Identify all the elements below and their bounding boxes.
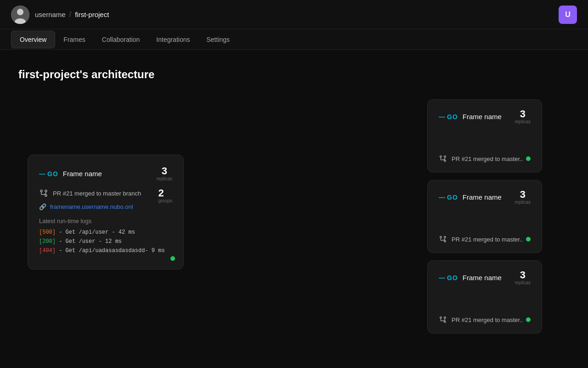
small-card-1-bottom: PR #21 merged to master.. [439, 145, 531, 163]
log-text-1: - Get /api/user - 42 ms [59, 229, 135, 236]
small-card-1-title-group: — GO Frame name [439, 113, 502, 121]
main-nav: Overview Frames Collaboration Integratio… [0, 29, 588, 50]
right-cards-column: — GO Frame name 3 replicas [427, 99, 542, 334]
svg-point-17 [444, 317, 446, 319]
small-card-3-pr-row: PR #21 merged to master.. [439, 316, 523, 324]
small-card-3-frame-name: Frame name [463, 274, 502, 282]
small-frame-card-2[interactable]: — GO Frame name 3 replicas [427, 180, 542, 253]
svg-point-3 [40, 190, 42, 192]
small-card-1-replicas: 3 replicas [515, 109, 531, 124]
small-card-3-title-group: — GO Frame name [439, 274, 502, 282]
large-card-replicas: 3 replicas [157, 166, 172, 181]
nav-item-frames[interactable]: Frames [55, 31, 93, 48]
log-code-404: [404] [39, 247, 56, 254]
small-card-2-spacer [439, 212, 531, 226]
groups-label: groups [158, 198, 172, 203]
pr-icon [39, 189, 48, 198]
small-card-1-status-dot [526, 156, 531, 161]
nav-item-collaboration[interactable]: Collaboration [94, 31, 148, 48]
log-text-2: - Get /user - 12 ms [59, 238, 122, 245]
small-card-2-header: — GO Frame name 3 replicas [439, 190, 531, 205]
large-card-groups: 2 groups [158, 188, 172, 203]
logs-section: Latest run-time logs [500] - Get /api/us… [39, 218, 172, 254]
small-card-1-pr-row: PR #21 merged to master.. [439, 155, 523, 163]
small-card-2-pr-icon [439, 235, 447, 243]
user-avatar[interactable]: U [559, 6, 577, 24]
go-logo-3: — GO [439, 274, 458, 282]
log-line-1: [500] - Get /api/user - 42 ms [39, 229, 172, 236]
small-frame-card-3[interactable]: — GO Frame name 3 replicas [427, 260, 542, 334]
architecture-layout: — GO Frame name 3 replicas [18, 99, 570, 270]
large-card-replicas-label: replicas [157, 176, 172, 181]
groups-number: 2 [158, 187, 164, 199]
small-card-2-bottom: PR #21 merged to master.. [439, 226, 531, 243]
breadcrumb-username[interactable]: username [35, 11, 66, 18]
svg-point-13 [444, 236, 446, 238]
small-card-3-replicas: 3 replicas [515, 270, 531, 285]
log-line-2: [200] - Get /user - 12 ms [39, 238, 172, 245]
log-code-500: [500] [39, 229, 56, 236]
go-logo-1: — GO [439, 113, 458, 121]
header: username / first-project U [0, 0, 588, 29]
large-card-frame-name: Frame name [63, 170, 102, 178]
small-card-2-replicas-number: 3 [520, 189, 526, 200]
small-card-1-header: — GO Frame name 3 replicas [439, 109, 531, 124]
page-title: first-project's architecture [18, 68, 570, 81]
small-card-1-frame-name: Frame name [463, 113, 502, 121]
small-card-3-status-dot [526, 317, 531, 322]
main-content: first-project's architecture — GO Frame … [0, 50, 588, 279]
large-frame-card[interactable]: — GO Frame name 3 replicas [28, 155, 184, 270]
large-card-pr-row: PR #21 merged to master branch [39, 189, 172, 198]
small-card-1-pr-icon [439, 155, 447, 163]
large-card-header: — GO Frame name 3 replicas [39, 166, 172, 181]
svg-point-5 [45, 190, 47, 192]
link-icon: 🔗 [39, 203, 46, 210]
large-card-pr-text: PR #21 merged to master branch [53, 190, 141, 197]
go-text: GO [47, 170, 58, 178]
small-card-1-spacer [439, 132, 531, 145]
go-logo: — GO [39, 170, 58, 178]
log-text-3: - Get /api/uadasasdasdasdd- 9 ms [59, 247, 164, 254]
nav-item-integrations[interactable]: Integrations [148, 31, 198, 48]
large-card-status-dot [170, 256, 175, 261]
logs-title: Latest run-time logs [39, 218, 172, 224]
small-frame-card-1[interactable]: — GO Frame name 3 replicas [427, 99, 542, 172]
small-card-1-pr-text: PR #21 merged to master.. [452, 155, 523, 162]
svg-point-7 [440, 156, 442, 158]
small-card-1-replicas-label: replicas [515, 119, 531, 124]
small-card-2-replicas-label: replicas [515, 200, 531, 205]
frame-link[interactable]: framename.username.nubo.onl [50, 203, 133, 210]
breadcrumb: username / first-project [35, 11, 109, 19]
log-code-200: [200] [39, 238, 56, 245]
breadcrumb-separator: / [69, 11, 71, 19]
go-dash: — [39, 170, 45, 178]
small-card-2-frame-name: Frame name [463, 193, 502, 201]
small-card-2-status-dot [526, 237, 531, 242]
nav-item-settings[interactable]: Settings [198, 31, 238, 48]
small-card-2-pr-row: PR #21 merged to master.. [439, 235, 523, 243]
small-card-3-header: — GO Frame name 3 replicas [439, 270, 531, 285]
small-card-2-pr-text: PR #21 merged to master.. [452, 236, 523, 243]
small-card-3-pr-icon [439, 316, 447, 324]
small-card-1-replicas-number: 3 [520, 108, 526, 120]
log-line-3: [404] - Get /api/uadasasdasdasdd- 9 ms [39, 247, 172, 254]
svg-point-1 [17, 9, 23, 15]
breadcrumb-project[interactable]: first-project [75, 11, 109, 18]
header-left: username / first-project [11, 6, 109, 24]
svg-point-15 [440, 317, 442, 319]
small-card-3-spacer [439, 293, 531, 306]
small-card-3-bottom: PR #21 merged to master.. [439, 306, 531, 324]
nav-item-overview[interactable]: Overview [11, 31, 55, 48]
small-card-3-replicas-label: replicas [515, 280, 531, 285]
small-card-2-title-group: — GO Frame name [439, 193, 502, 201]
small-card-2-replicas: 3 replicas [515, 190, 531, 205]
large-card-title-group: — GO Frame name [39, 170, 102, 178]
large-card-link-row: 🔗 framename.username.nubo.onl [39, 203, 172, 210]
project-logo [11, 6, 29, 24]
svg-point-9 [444, 156, 446, 158]
small-card-3-pr-text: PR #21 merged to master.. [452, 316, 523, 323]
large-card-replicas-number: 3 [162, 165, 167, 177]
small-card-3-replicas-number: 3 [520, 269, 526, 281]
go-logo-2: — GO [439, 194, 458, 201]
svg-point-11 [440, 236, 442, 238]
